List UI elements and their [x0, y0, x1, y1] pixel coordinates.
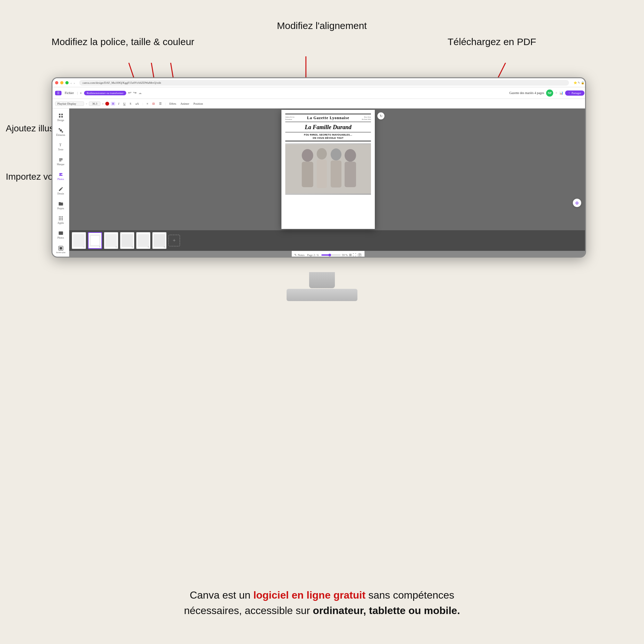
add-user-icon[interactable]: + — [555, 90, 557, 96]
thumbnail-5[interactable]: 5 — [136, 232, 150, 249]
sidebar-item-applis[interactable]: Applis — [53, 213, 68, 227]
font-size-plus[interactable]: + — [102, 102, 104, 105]
sidebar-label-marque: Marque — [57, 163, 64, 166]
bottom-line2-before: nécessaires, accessible sur — [184, 605, 313, 616]
sidebar: Design Éléments T Texte Marque — [52, 109, 69, 258]
svg-rect-16 — [59, 116, 61, 118]
sidebar-label-elements: Éléments — [56, 134, 65, 137]
sidebar-item-upload[interactable]: Photos — [53, 169, 68, 183]
browser-minimize-btn[interactable] — [60, 81, 63, 84]
undo-btn[interactable]: ↩ — [128, 90, 131, 95]
sidebar-item-text[interactable]: T Texte — [53, 140, 68, 154]
italic-btn[interactable]: I — [117, 102, 120, 106]
svg-rect-34 — [60, 220, 61, 221]
browser-close-btn[interactable] — [55, 81, 58, 84]
user-avatar-badge[interactable]: NP — [546, 90, 553, 97]
font-selector[interactable]: Playfair Display — [55, 101, 84, 106]
bottom-line1-after: sans compétences — [365, 589, 454, 601]
address-bar[interactable]: canva.com/design/DAF_Mu169Q/KggF15z0VtA6… — [79, 80, 569, 86]
align-left-btn[interactable]: ≡ — [145, 102, 149, 106]
svg-rect-46 — [331, 160, 341, 187]
redo-btn[interactable]: ↪ — [133, 90, 137, 95]
svg-point-25 — [59, 173, 61, 175]
effects-btn[interactable]: Effets — [168, 102, 177, 106]
chart-icon[interactable]: 📊 — [559, 91, 563, 95]
sidebar-item-design[interactable]: Design — [53, 110, 68, 125]
resize-btn[interactable]: Redimensionner ou transformer — [84, 91, 126, 95]
notes-label: Notes — [298, 253, 305, 257]
svg-rect-30 — [59, 218, 60, 219]
browser-maximize-btn[interactable] — [65, 81, 69, 84]
monitor-base — [287, 289, 357, 301]
add-element-btn[interactable]: ⊕ — [573, 199, 581, 207]
fullscreen-icon[interactable]: ⛶ — [353, 253, 356, 257]
underline-btn[interactable]: U — [122, 102, 127, 106]
canva-menu-icon[interactable]: ☰ — [55, 91, 62, 95]
format-toolbar: Playfair Display − 36.3 + B I U S aA | ≡… — [52, 99, 586, 109]
sidebar-item-bg[interactable]: Arrière-plan — [53, 242, 68, 257]
svg-point-45 — [331, 148, 341, 160]
share-button[interactable]: ↑ Partager — [565, 90, 584, 96]
svg-rect-42 — [302, 162, 313, 187]
list-btn[interactable]: ☰ — [158, 102, 163, 106]
sidebar-item-dessin[interactable]: Dessin — [53, 184, 68, 198]
thumbnail-2[interactable]: 2 — [88, 232, 102, 249]
notes-icon: ✎ — [294, 253, 297, 257]
address-text: canva.com/design/DAF_Mu169Q/KggF15z0VtA6… — [82, 81, 161, 84]
svg-rect-28 — [60, 216, 61, 217]
sidebar-item-marque[interactable]: Marque — [53, 155, 68, 169]
svg-rect-44 — [317, 160, 327, 188]
zoom-slider[interactable] — [321, 254, 341, 256]
case-btn[interactable]: aA — [134, 102, 140, 106]
nav-back[interactable]: ‹ — [71, 81, 72, 85]
svg-rect-29 — [62, 216, 63, 217]
reload-icon[interactable]: ↻ — [377, 112, 384, 119]
sidebar-item-projets[interactable]: Projets — [53, 199, 68, 213]
svg-rect-48 — [345, 162, 356, 187]
newspaper-main-title: La Gazette Lyonnaise — [307, 116, 349, 120]
newspaper-header: Juliette & LéoPrésentent La Gazette Lyon… — [285, 114, 371, 122]
align-icon-btn[interactable]: ⊟ — [151, 102, 156, 106]
color-picker[interactable] — [105, 102, 109, 106]
notes-button[interactable]: ✎ Notes — [294, 253, 305, 257]
svg-point-43 — [317, 148, 327, 159]
svg-rect-23 — [59, 159, 62, 160]
svg-point-41 — [302, 149, 313, 162]
thumbnail-6[interactable]: 6 — [152, 232, 166, 249]
canva-main-toolbar: ☰ Fichier | ★ Redimensionner ou transfor… — [52, 87, 586, 99]
animate-btn[interactable]: Animer — [179, 102, 191, 106]
svg-rect-24 — [59, 161, 61, 161]
svg-point-26 — [61, 173, 62, 174]
svg-rect-35 — [62, 220, 63, 221]
nav-forward[interactable]: › — [74, 81, 75, 85]
thumbnail-4[interactable]: 4 — [120, 232, 134, 249]
sidebar-item-elements[interactable]: Éléments — [53, 125, 68, 139]
annotation-telechargez: Téléchargez en PDF — [448, 35, 536, 48]
svg-rect-27 — [59, 216, 60, 217]
svg-text:T: T — [59, 143, 62, 147]
svg-rect-31 — [60, 218, 61, 219]
canvas-bg: Juliette & LéoPrésentent La Gazette Lyon… — [69, 109, 586, 230]
newspaper-page: Juliette & LéoPrésentent La Gazette Lyon… — [281, 110, 375, 229]
sidebar-item-photos[interactable]: Photos — [53, 228, 68, 242]
bold-btn[interactable]: B — [111, 102, 115, 106]
canva-ui: ‹ › canva.com/design/DAF_Mu169Q/KggF15z0… — [52, 78, 586, 258]
position-btn[interactable]: Position — [192, 102, 204, 106]
bottom-highlight: logiciel en ligne gratuit — [253, 589, 365, 601]
font-size-minus[interactable]: − — [86, 102, 87, 105]
font-size-input[interactable]: 36.3 — [89, 101, 100, 106]
grid-view-icon[interactable]: ⊞ — [349, 253, 352, 257]
bottom-description: Canva est un logiciel en ligne gratuit s… — [0, 587, 644, 618]
help-icon[interactable]: ? — [357, 253, 362, 257]
fichier-btn[interactable]: Fichier — [63, 90, 75, 95]
thumbnail-strip: 1 2 3 — [69, 230, 586, 251]
newspaper-family-name: La Famille Durand — [285, 124, 371, 131]
thumbnail-1[interactable]: 1 — [72, 232, 86, 249]
add-page-btn[interactable]: + — [168, 235, 180, 246]
svg-rect-15 — [61, 114, 63, 115]
thumbnail-3[interactable]: 3 — [104, 232, 118, 249]
main-area: Design Éléments T Texte Marque — [52, 109, 586, 258]
sidebar-label-upload: Photos — [57, 178, 64, 181]
annotation-police: Modifiez la police, taille & couleur — [52, 35, 194, 48]
strikethrough-btn[interactable]: S — [128, 102, 133, 106]
